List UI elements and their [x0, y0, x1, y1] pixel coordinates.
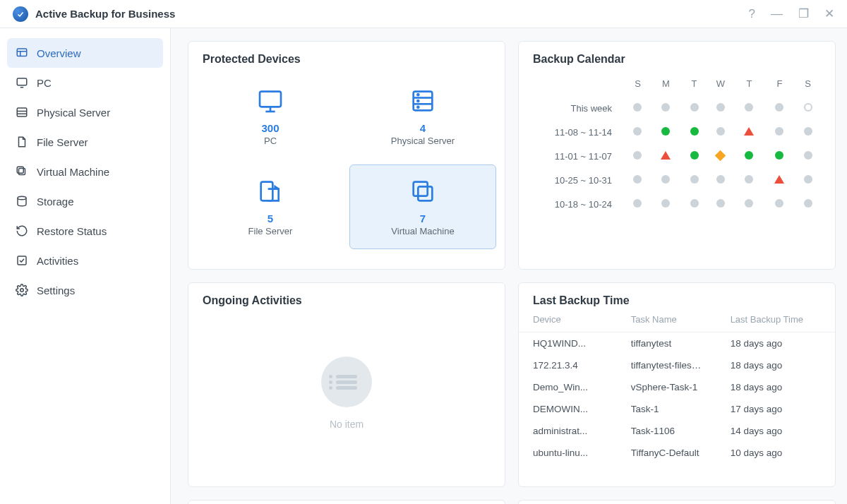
svg-rect-9: [17, 167, 23, 173]
calendar-cell[interactable]: [681, 120, 707, 144]
calendar-cell[interactable]: [707, 120, 734, 144]
calendar-day-header: T: [734, 74, 764, 96]
sidebar-item-physical-server[interactable]: Physical Server: [7, 97, 163, 127]
cell-device: Demo_Win...: [519, 376, 617, 398]
calendar-cell[interactable]: [681, 168, 707, 192]
col-task[interactable]: Task Name: [617, 311, 716, 332]
sidebar-item-virtual-machine[interactable]: Virtual Machine: [7, 157, 163, 186]
table-row[interactable]: Demo_Win... vSphere-Task-1 18 days ago: [519, 376, 835, 398]
vm-icon: [407, 177, 438, 208]
storage-status-card: Storage Status: [188, 500, 505, 504]
calendar-cell[interactable]: [764, 192, 795, 216]
status-none-icon: [716, 127, 725, 136]
sidebar-item-settings[interactable]: Settings: [7, 275, 163, 305]
expand-icon[interactable]: ↗: [814, 500, 835, 504]
protected-tile-file-server[interactable]: 5 File Server: [197, 164, 344, 249]
sidebar-item-file-server[interactable]: File Server: [7, 127, 163, 157]
table-row[interactable]: DEMOWIN... Task-1 17 days ago: [519, 398, 835, 420]
calendar-row-label: 11-08 ~ 11-14: [533, 120, 625, 144]
status-success-icon: [745, 151, 753, 160]
minimize-icon[interactable]: —: [771, 8, 783, 20]
calendar-cell[interactable]: [651, 144, 681, 168]
protected-count: 4: [420, 122, 426, 134]
calendar-cell[interactable]: [734, 96, 764, 120]
sidebar-item-restore-status[interactable]: Restore Status: [7, 216, 163, 246]
status-none-icon: [716, 199, 725, 208]
status-none-icon: [661, 175, 670, 184]
calendar-cell[interactable]: [707, 144, 734, 168]
close-icon[interactable]: ✕: [824, 8, 834, 20]
calendar-cell[interactable]: [707, 192, 734, 216]
calendar-row-label: 11-01 ~ 11-07: [533, 144, 625, 168]
empty-icon: [321, 356, 372, 407]
protected-tile-virtual-machine[interactable]: 7 Virtual Machine: [349, 164, 496, 249]
calendar-cell[interactable]: [707, 168, 734, 192]
activities-icon: [16, 254, 28, 267]
calendar-cell[interactable]: [734, 192, 764, 216]
calendar-cell[interactable]: [681, 192, 707, 216]
calendar-cell[interactable]: [795, 168, 821, 192]
sidebar-item-pc[interactable]: PC: [7, 68, 163, 97]
status-none-icon: [661, 199, 670, 208]
status-none-icon: [633, 127, 642, 136]
calendar-cell[interactable]: [625, 144, 651, 168]
app-icon: [13, 6, 28, 22]
protected-label: File Server: [248, 226, 293, 236]
sidebar-item-label: Settings: [37, 284, 75, 296]
cell-task: Task-1106: [617, 420, 716, 442]
status-error-icon: [744, 127, 754, 136]
status-none-icon: [690, 199, 699, 208]
overview-icon: [16, 47, 28, 59]
calendar-day-header: T: [681, 74, 707, 96]
calendar-row: 11-01 ~ 11-07: [533, 144, 821, 168]
status-none-icon: [775, 103, 783, 112]
sidebar-item-storage[interactable]: Storage: [7, 186, 163, 216]
calendar-cell[interactable]: [764, 120, 795, 144]
maximize-icon[interactable]: ❐: [798, 8, 809, 20]
table-row[interactable]: HQ1WIND... tiffanytest 18 days ago: [519, 332, 835, 355]
cell-time: 18 days ago: [716, 332, 835, 355]
calendar-cell[interactable]: [625, 168, 651, 192]
calendar-cell[interactable]: [734, 144, 764, 168]
calendar-cell[interactable]: [764, 144, 795, 168]
table-row[interactable]: 172.21.3.4 tiffanytest-fileserver 18 day…: [519, 354, 835, 376]
protected-tile-pc[interactable]: 300 PC: [197, 74, 344, 159]
calendar-cell[interactable]: [795, 96, 821, 120]
calendar-cell[interactable]: [625, 120, 651, 144]
sidebar-item-activities[interactable]: Activities: [7, 246, 163, 275]
calendar-cell[interactable]: [707, 96, 734, 120]
calendar-cell[interactable]: [764, 96, 795, 120]
cell-time: 18 days ago: [716, 376, 835, 398]
calendar-day-header: M: [651, 74, 681, 96]
calendar-row-label: This week: [533, 96, 625, 120]
calendar-cell[interactable]: [651, 168, 681, 192]
calendar-cell[interactable]: [625, 192, 651, 216]
table-row[interactable]: administrat... Task-1106 14 days ago: [519, 420, 835, 442]
status-success-icon: [690, 151, 699, 160]
cell-device: administrat...: [519, 420, 617, 442]
calendar-cell[interactable]: [681, 144, 707, 168]
table-row[interactable]: ubuntu-linu... TiffanyC-Default 10 days …: [519, 442, 835, 469]
calendar-cell[interactable]: [734, 120, 764, 144]
calendar-table: SMTWTFS This week11-08 ~ 11-1411-01 ~ 11…: [533, 74, 821, 216]
sidebar-item-label: Virtual Machine: [37, 166, 109, 178]
col-time[interactable]: Last Backup Time: [716, 311, 835, 332]
status-none-icon: [633, 103, 642, 112]
calendar-cell[interactable]: [734, 168, 764, 192]
protected-tile-physical-server[interactable]: 4 Physical Server: [349, 74, 496, 159]
calendar-cell[interactable]: [795, 120, 821, 144]
col-device[interactable]: Device: [519, 311, 617, 332]
sidebar-item-overview[interactable]: Overview: [7, 38, 163, 68]
svg-rect-13: [260, 92, 281, 107]
calendar-cell[interactable]: [625, 96, 651, 120]
calendar-cell[interactable]: [681, 96, 707, 120]
help-icon[interactable]: ?: [749, 8, 755, 20]
status-none-icon: [690, 103, 699, 112]
cell-device: HQ1WIND...: [519, 332, 617, 355]
calendar-cell[interactable]: [651, 120, 681, 144]
calendar-cell[interactable]: [764, 168, 795, 192]
calendar-cell[interactable]: [651, 96, 681, 120]
calendar-cell[interactable]: [795, 144, 821, 168]
calendar-cell[interactable]: [795, 192, 821, 216]
calendar-cell[interactable]: [651, 192, 681, 216]
